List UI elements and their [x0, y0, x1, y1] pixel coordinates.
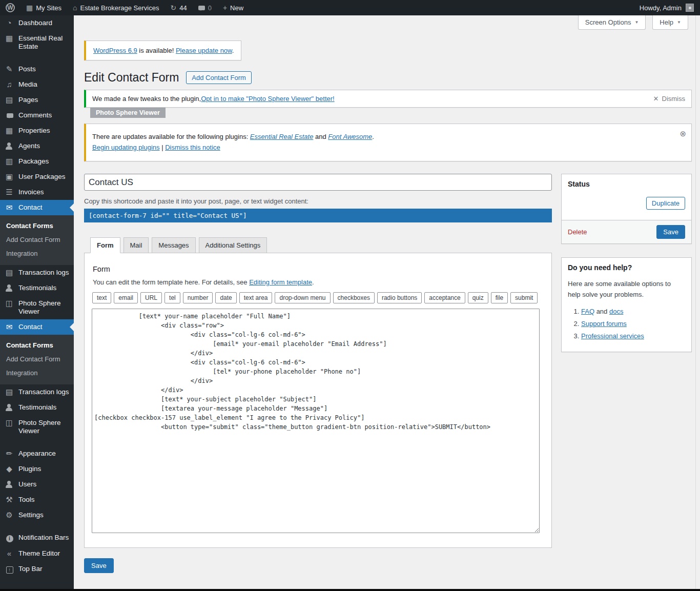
faq-link[interactable]: FAQ — [581, 308, 594, 315]
updates-menu[interactable]: ↻ 44 — [164, 0, 192, 15]
form-template-textarea[interactable]: [text* your-name placeholder "Full Name"… — [92, 309, 540, 533]
tag-tel-button[interactable]: tel — [164, 292, 180, 303]
screen-options-button[interactable]: Screen Options ▼ — [578, 15, 646, 30]
tag-checkboxes-button[interactable]: checkboxes — [333, 292, 375, 303]
form-title-input[interactable] — [84, 174, 552, 191]
sidebar-item-appearance[interactable]: ✏ Appearance — [0, 446, 74, 461]
page-title: Edit Contact Form — [84, 71, 179, 85]
tag-acceptance-button[interactable]: acceptance — [424, 292, 465, 303]
site-name-menu[interactable]: ⌂ Estate Brokerage Services — [67, 0, 164, 15]
tab-additional-settings[interactable]: Additional Settings — [199, 237, 267, 253]
status-heading: Status — [562, 174, 691, 194]
dismiss-notice-button[interactable]: ✕ Dismiss — [653, 95, 685, 103]
update-now-link[interactable]: Please update now — [176, 47, 232, 54]
tag-file-button[interactable]: file — [491, 292, 508, 303]
docs-link[interactable]: docs — [609, 308, 623, 315]
sidebar-item-agents[interactable]: Agents — [0, 138, 74, 154]
tab-mail[interactable]: Mail — [123, 237, 149, 253]
sidebar-item-packages[interactable]: ▥ Packages — [0, 154, 74, 169]
sidebar-item-theme-editor[interactable]: « Theme Editor — [0, 546, 74, 561]
help-intro: Here are some available options to help … — [562, 277, 691, 300]
status-save-button[interactable]: Save — [656, 225, 685, 239]
sidebar-item-transaction-logs[interactable]: ▤ Transaction logs — [0, 265, 74, 280]
wp-logo-menu[interactable]: W — [0, 0, 20, 15]
comments-count: 0 — [208, 4, 212, 12]
tab-form[interactable]: Form — [90, 237, 120, 253]
submenu-contact-forms[interactable]: Contact Forms — [0, 219, 74, 233]
save-button[interactable]: Save — [84, 558, 114, 573]
shortcode-hint: Copy this shortcode and paste it into yo… — [84, 197, 552, 205]
sidebar-item-invoices[interactable]: ☰ Invoices — [0, 185, 74, 200]
support-forums-link[interactable]: Support forums — [581, 320, 627, 328]
sidebar-item-photo-sphere-viewer-2[interactable]: ◫ Photo Sphere Viewer — [0, 415, 74, 439]
tag-dropdown-button[interactable]: drop-down menu — [275, 292, 330, 303]
sidebar-item-testimonials-2[interactable]: Testimonials — [0, 400, 74, 415]
sidebar-item-contact-2[interactable]: ✉ Contact — [0, 319, 74, 335]
sidebar-item-properties[interactable]: ▦ Properties — [0, 123, 74, 138]
new-label: New — [230, 4, 243, 12]
my-sites-menu[interactable]: ▦ My Sites — [20, 0, 67, 15]
professional-services-link[interactable]: Professional services — [581, 332, 644, 340]
begin-updating-plugins-link[interactable]: Begin updating plugins — [92, 144, 160, 151]
psv-opt-in-link[interactable]: Opt in to make "Photo Sphere Viewer" bet… — [201, 95, 334, 103]
sidebar-item-settings[interactable]: ⚙ Settings — [0, 507, 74, 523]
help-item-professional: Professional services — [581, 332, 691, 340]
sidebar-item-dashboard[interactable]: ◔ Dashboard — [0, 15, 74, 31]
sidebar-item-tools[interactable]: ⚒ Tools — [0, 492, 74, 507]
delete-link[interactable]: Delete — [568, 228, 587, 236]
tag-number-button[interactable]: number — [183, 292, 213, 303]
editing-form-template-link[interactable]: Editing form template — [249, 278, 312, 286]
sidebar-item-photo-sphere-viewer[interactable]: ◫ Photo Sphere Viewer — [0, 296, 74, 319]
shortcode-box[interactable]: [contact-form-7 id="" title="Contact US"… — [84, 209, 552, 222]
tag-quiz-button[interactable]: quiz — [468, 292, 488, 303]
tab-messages[interactable]: Messages — [152, 237, 195, 253]
sidebar-item-testimonials[interactable]: Testimonials — [0, 280, 74, 296]
duplicate-button[interactable]: Duplicate — [646, 197, 685, 210]
dismiss-circle-icon[interactable]: ⊗ — [680, 129, 686, 138]
sidebar-item-pages[interactable]: ▤ Pages — [0, 92, 74, 108]
sidebar-item-contact[interactable]: ✉ Contact — [0, 200, 74, 215]
user-packages-icon: ▣ — [5, 173, 14, 181]
sidebar-item-essential-real-estate[interactable]: ▦ Essential Real Estate — [0, 31, 74, 54]
document-icon: ▤ — [5, 388, 14, 396]
tag-date-button[interactable]: date — [215, 292, 236, 303]
wordpress-version-link[interactable]: WordPress 6.9 — [93, 47, 137, 54]
building-icon: ▦ — [5, 127, 14, 135]
sidebar-item-transaction-logs-2[interactable]: ▤ Transaction logs — [0, 384, 74, 400]
comments-icon — [5, 111, 14, 119]
account-menu[interactable]: Howdy, Admin — [640, 4, 700, 12]
help-button[interactable]: Help ▼ — [652, 15, 688, 30]
brush-icon: ✏ — [5, 450, 14, 458]
submenu-contact-forms-2[interactable]: Contact Forms — [0, 338, 74, 352]
tag-textarea-button[interactable]: text area — [239, 292, 273, 303]
submenu-add-contact-form[interactable]: Add Contact Form — [0, 233, 74, 247]
comments-menu[interactable]: 0 — [193, 0, 217, 15]
panorama-icon: ◫ — [5, 419, 14, 427]
font-awesome-link[interactable]: Font Awesome — [328, 133, 372, 140]
add-contact-form-button[interactable]: Add Contact Form — [186, 71, 252, 84]
tag-radio-buttons-button[interactable]: radio buttons — [377, 292, 422, 303]
plugin-name-badge: Photo Sphere Viewer — [90, 108, 166, 118]
sidebar-item-user-packages[interactable]: ▣ User Packages — [0, 169, 74, 185]
sidebar-item-plugins[interactable]: ◆ Plugins — [0, 461, 74, 477]
editor-tabs: Form Mail Messages Additional Settings — [84, 237, 552, 253]
tag-text-button[interactable]: text — [92, 292, 111, 303]
tag-url-button[interactable]: URL — [140, 292, 162, 303]
essential-real-estate-link[interactable]: Essential Real Estate — [250, 133, 314, 140]
submenu-integration-2[interactable]: Integration — [0, 366, 74, 380]
sidebar-item-media[interactable]: ♫ Media — [0, 77, 74, 92]
sidebar-item-top-bar[interactable]: ↑ Top Bar — [0, 561, 74, 577]
new-content-menu[interactable]: + New — [217, 0, 249, 15]
tag-submit-button[interactable]: submit — [510, 292, 538, 303]
theme-editor-icon: « — [5, 549, 14, 558]
sidebar-item-comments[interactable]: Comments — [0, 108, 74, 123]
packages-icon: ▥ — [5, 157, 14, 166]
sidebar-item-notification-bars[interactable]: i Notification Bars — [0, 530, 74, 546]
tag-email-button[interactable]: email — [114, 292, 138, 303]
sidebar-item-users[interactable]: Users — [0, 477, 74, 492]
submenu-add-contact-form-2[interactable]: Add Contact Form — [0, 352, 74, 366]
scrollbar-track[interactable] — [695, 15, 696, 589]
sidebar-item-posts[interactable]: ✎ Posts — [0, 62, 74, 77]
submenu-integration[interactable]: Integration — [0, 247, 74, 260]
dismiss-this-notice-link[interactable]: Dismiss this notice — [165, 144, 220, 151]
